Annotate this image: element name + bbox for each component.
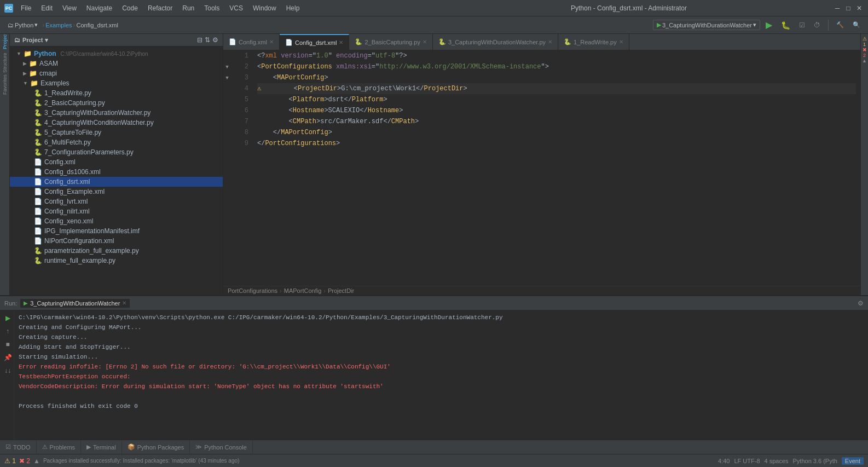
warning-count[interactable]: ⚠ 1 bbox=[4, 457, 16, 465]
tree-item-ipg-manifest[interactable]: 📄 IPG_ImplementationManifest.imf bbox=[10, 226, 223, 236]
fold-btn-9[interactable] bbox=[223, 138, 231, 149]
menu-edit[interactable]: Edit bbox=[37, 3, 57, 13]
menu-help[interactable]: Help bbox=[282, 3, 304, 13]
play-run-button[interactable]: ▶ bbox=[2, 313, 13, 324]
tree-item-python-root[interactable]: ▼ 📁 Python C:\IPG\carmaker\win64-10.2\Py… bbox=[10, 49, 223, 59]
scroll-end-button[interactable]: ↓↓ bbox=[2, 365, 13, 376]
tree-item-config-xeno[interactable]: 📄 Config_xeno.xml bbox=[10, 216, 223, 226]
tab-durationwatcher[interactable]: 🐍 3_CapturingWithDurationWatcher.py ✕ bbox=[433, 34, 558, 50]
fold-btn-1[interactable] bbox=[223, 50, 231, 61]
tree-item-config-xml[interactable]: 📄 Config.xml bbox=[10, 157, 223, 167]
search-button[interactable]: 🔍 bbox=[849, 20, 864, 30]
tab-basiccapturing[interactable]: 🐍 2_BasicCapturing.py ✕ bbox=[349, 34, 433, 50]
window-controls[interactable]: ─ □ ✕ bbox=[833, 4, 864, 13]
tree-item-config-ds1006[interactable]: 📄 Config_ds1006.xml bbox=[10, 167, 223, 177]
menu-refactor[interactable]: Refactor bbox=[143, 3, 177, 13]
run-tab-close-icon[interactable]: ✕ bbox=[122, 300, 126, 306]
tab-close-icon[interactable]: ✕ bbox=[339, 39, 343, 45]
code-content[interactable]: <?xml version="1.0" encoding="utf-8"?> <… bbox=[253, 50, 860, 286]
tree-item-durationwatcher[interactable]: 🐍 3_CapturingWithDurationWatcher.py bbox=[10, 108, 223, 118]
menu-vcs[interactable]: VCS bbox=[225, 3, 247, 13]
fold-btn-4[interactable] bbox=[223, 83, 231, 94]
profile-button[interactable]: ⏱ bbox=[811, 20, 824, 31]
fold-btn-5[interactable] bbox=[223, 94, 231, 105]
menu-file[interactable]: File bbox=[16, 3, 36, 13]
encoding-status[interactable]: LF UTF-8 bbox=[734, 458, 760, 464]
tree-item-asam[interactable]: ▶ 📁 ASAM bbox=[10, 59, 223, 68]
fold-btn-7[interactable] bbox=[223, 116, 231, 127]
tab-todo[interactable]: ☑ TODO bbox=[0, 440, 37, 454]
python-version[interactable]: Python 3.6 (Pyth bbox=[793, 458, 837, 464]
favorites-panel-icon[interactable]: Favorites bbox=[0, 80, 10, 90]
fold-btn-8[interactable] bbox=[223, 127, 231, 138]
menu-window[interactable]: Window bbox=[248, 3, 281, 13]
tree-item-config-lvrt[interactable]: 📄 Config_lvrt.xml bbox=[10, 197, 223, 206]
breadcrumb-portconfigurations[interactable]: PortConfigurations bbox=[228, 287, 277, 294]
pin-button[interactable]: 📌 bbox=[2, 352, 13, 363]
maximize-button[interactable]: □ bbox=[844, 4, 853, 13]
tree-item-config-dsrt[interactable]: 📄 Config_dsrt.xml bbox=[10, 177, 223, 187]
tree-item-multifetch[interactable]: 🐍 6_MultiFetch.py bbox=[10, 137, 223, 147]
tree-item-param-full[interactable]: 🐍 parametrization_full_example.py bbox=[10, 246, 223, 256]
minimize-button[interactable]: ─ bbox=[833, 4, 842, 13]
tab-close-icon[interactable]: ✕ bbox=[619, 39, 623, 45]
code-editor[interactable]: ▼ ▼ 1 2 3 4 5 6 7 bbox=[223, 50, 860, 286]
tree-item-readwrite[interactable]: 🐍 1_ReadWrite.py bbox=[10, 88, 223, 98]
coverage-button[interactable]: ☑ bbox=[796, 20, 808, 31]
breadcrumb-examples[interactable]: Examples bbox=[45, 22, 72, 28]
stop-button[interactable]: ■ bbox=[2, 339, 13, 350]
project-dropdown[interactable]: 🗂 Python ▾ bbox=[4, 20, 41, 30]
tab-readwrite[interactable]: 🐍 1_ReadWrite.py ✕ bbox=[558, 34, 629, 50]
run-button[interactable]: ▶ bbox=[762, 18, 776, 32]
tree-item-examples[interactable]: ▼ 📁 Examples bbox=[10, 78, 223, 88]
tree-item-basiccapturing[interactable]: 🐍 2_BasicCapturing.py bbox=[10, 98, 223, 108]
structure-panel-icon[interactable]: Structure bbox=[0, 58, 10, 68]
fold-btn-2[interactable]: ▼ bbox=[223, 61, 231, 72]
debug-button[interactable]: 🐛 bbox=[778, 19, 794, 31]
tree-item-config-example[interactable]: 📄 Config_Example.xml bbox=[10, 187, 223, 197]
breadcrumb-maportconfig[interactable]: MAPortConfig bbox=[284, 287, 321, 294]
menu-tools[interactable]: Tools bbox=[200, 3, 224, 13]
tab-config-xml[interactable]: 📄 Config.xml ✕ bbox=[223, 34, 280, 50]
fold-btn-3[interactable]: ▼ bbox=[223, 72, 231, 83]
app-logo: PC bbox=[4, 4, 13, 13]
tab-problems[interactable]: ⚠ Problems bbox=[37, 440, 81, 454]
event-badge[interactable]: Event bbox=[842, 457, 864, 465]
menu-view[interactable]: View bbox=[58, 3, 81, 13]
tab-config-dsrt[interactable]: 📄 Config_dsrt.xml ✕ bbox=[280, 34, 349, 50]
menu-bar[interactable]: File Edit View Navigate Code Refactor Ru… bbox=[16, 3, 425, 13]
menu-navigate[interactable]: Navigate bbox=[82, 3, 117, 13]
run-settings-icon[interactable]: ⚙ bbox=[858, 299, 864, 307]
breadcrumb-projectdir[interactable]: ProjectDir bbox=[328, 287, 354, 294]
tree-item-conditionwatcher[interactable]: 🐍 4_CapturingWithConditionWatcher.py bbox=[10, 118, 223, 128]
chevron-up-icon[interactable]: ▲ bbox=[862, 58, 867, 64]
rerun-button[interactable]: ↑ bbox=[2, 326, 13, 337]
tab-python-console[interactable]: ≫ Python Console bbox=[190, 440, 253, 454]
fold-btn-6[interactable] bbox=[223, 105, 231, 116]
project-panel-icon[interactable]: Project bbox=[0, 36, 10, 46]
close-button[interactable]: ✕ bbox=[855, 4, 864, 13]
build-button[interactable]: 🔨 bbox=[833, 20, 847, 30]
tree-item-niport[interactable]: 📄 NIPortConfiguration.xml bbox=[10, 236, 223, 246]
tree-item-runtime-full[interactable]: 🐍 runtime_full_example.py bbox=[10, 256, 223, 266]
settings-icon[interactable]: ⚙ bbox=[212, 36, 218, 44]
run-tab-active[interactable]: ▶ 3_CapturingWithDurationWatcher ✕ bbox=[20, 299, 130, 308]
menu-run[interactable]: Run bbox=[178, 3, 199, 13]
indent-status[interactable]: 4 spaces bbox=[765, 458, 789, 464]
tree-item-configparams[interactable]: 🐍 7_ConfigurationParameters.py bbox=[10, 147, 223, 157]
collapse-all-icon[interactable]: ⊟ bbox=[197, 36, 202, 44]
menu-code[interactable]: Code bbox=[118, 3, 142, 13]
tab-terminal[interactable]: ▶ Terminal bbox=[81, 440, 122, 454]
tab-close-icon[interactable]: ✕ bbox=[269, 39, 274, 45]
tab-close-icon[interactable]: ✕ bbox=[548, 39, 552, 45]
tree-item-capturefile[interactable]: 🐍 5_CaptureToFile.py bbox=[10, 128, 223, 137]
error-count-status[interactable]: ✖ 2 bbox=[19, 457, 30, 465]
run-config-dropdown[interactable]: ▶ 3_CapturingWithDurationWatcher ▾ bbox=[653, 20, 760, 30]
sort-icon[interactable]: ⇅ bbox=[205, 36, 210, 44]
file-tree-actions[interactable]: ⊟ ⇅ ⚙ bbox=[197, 36, 218, 44]
tab-python-packages[interactable]: 📦 Python Packages bbox=[122, 440, 190, 454]
tree-item-cmapi[interactable]: ▶ 📁 cmapi bbox=[10, 68, 223, 78]
tree-item-config-nilrt[interactable]: 📄 Config_nilrt.xml bbox=[10, 206, 223, 216]
cursor-position[interactable]: 4:40 bbox=[718, 458, 730, 464]
tab-close-icon[interactable]: ✕ bbox=[423, 39, 427, 45]
